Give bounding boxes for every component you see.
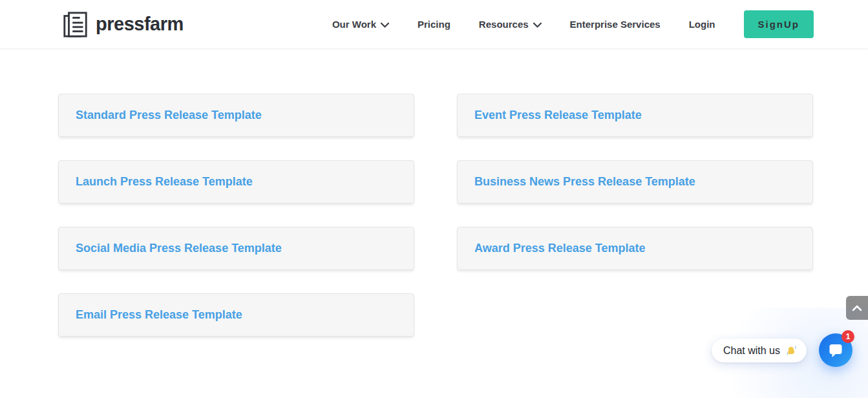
card-title: Email Press Release Template (76, 308, 242, 322)
nav-resources[interactable]: Resources (479, 19, 542, 30)
card-email-press-release[interactable]: Email Press Release Template (58, 293, 414, 337)
card-event-press-release[interactable]: Event Press Release Template (457, 94, 813, 137)
card-standard-press-release[interactable]: Standard Press Release Template (58, 94, 414, 137)
card-title: Event Press Release Template (474, 109, 642, 122)
nav-pricing-label: Pricing (418, 19, 450, 30)
card-title: Social Media Press Release Template (76, 242, 282, 255)
main-nav: Our Work Pricing Resources Enterprise Se… (332, 10, 814, 38)
scroll-to-top-button[interactable] (846, 296, 868, 320)
card-title: Standard Press Release Template (76, 109, 262, 122)
chat-unread-badge: 1 (842, 330, 854, 343)
chat-with-us-pill[interactable]: Chat with us (712, 339, 807, 362)
nav-resources-label: Resources (479, 19, 529, 30)
nav-login-label: Login (689, 19, 715, 30)
nav-pricing[interactable]: Pricing (418, 19, 450, 30)
chat-bubble-icon (827, 342, 844, 359)
card-social-media-press-release[interactable]: Social Media Press Release Template (58, 227, 414, 270)
brand-name: pressfarm (96, 14, 184, 35)
card-award-press-release[interactable]: Award Press Release Template (457, 227, 813, 270)
nav-enterprise-services-label: Enterprise Services (570, 19, 661, 30)
nav-enterprise-services[interactable]: Enterprise Services (570, 19, 661, 30)
site-header: pressfarm Our Work Pricing Resources Ent… (0, 0, 868, 49)
nav-our-work[interactable]: Our Work (332, 19, 389, 30)
chat-pill-label: Chat with us (723, 345, 780, 357)
nav-login[interactable]: Login (689, 19, 715, 30)
chevron-down-icon (381, 23, 389, 28)
templates-left-column: Standard Press Release Template Launch P… (58, 94, 414, 337)
templates-grid: Standard Press Release Template Launch P… (0, 49, 868, 337)
nav-our-work-label: Our Work (332, 19, 376, 30)
pressfarm-logo-icon (62, 10, 89, 39)
card-business-news-press-release[interactable]: Business News Press Release Template (457, 160, 813, 204)
chevron-down-icon (533, 23, 542, 28)
templates-right-column: Event Press Release Template Business Ne… (457, 94, 813, 337)
chevron-up-icon (852, 305, 862, 311)
brand-logo[interactable]: pressfarm (62, 10, 184, 39)
card-title: Award Press Release Template (474, 242, 645, 255)
wave-emoji-icon (785, 344, 798, 357)
chat-launcher-button[interactable]: 1 (819, 333, 852, 367)
card-launch-press-release[interactable]: Launch Press Release Template (58, 160, 414, 204)
card-title: Business News Press Release Template (474, 175, 695, 189)
signup-button[interactable]: SignUp (744, 10, 814, 38)
card-title: Launch Press Release Template (76, 175, 253, 189)
